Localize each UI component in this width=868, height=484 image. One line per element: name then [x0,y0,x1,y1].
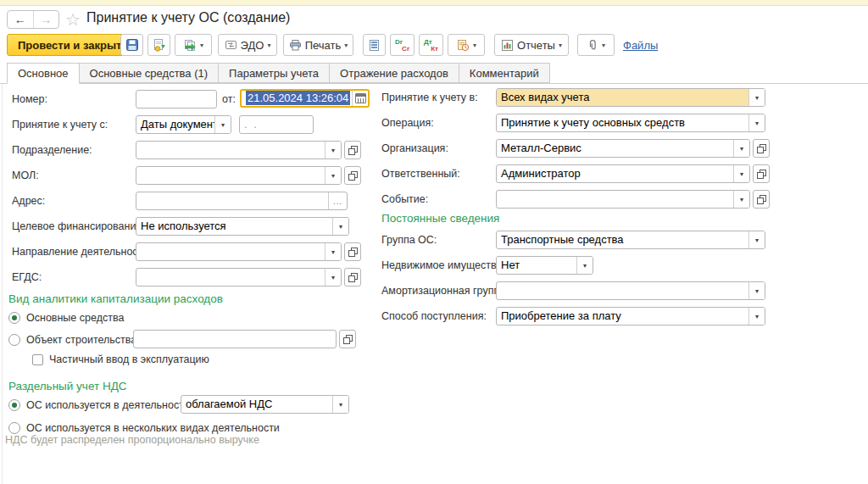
operation-label: Операция: [381,114,434,132]
vat-activity-select[interactable]: облагаемой НДС ▾ [181,395,349,414]
organization-open-button[interactable] [753,139,770,158]
real-estate-select[interactable]: Нет ▾ [496,256,593,275]
radio-fixed-assets-label: Основные средства [26,312,124,324]
document-register-button[interactable] [363,34,386,56]
event-select[interactable]: ▾ [496,190,750,209]
target-financing-select[interactable]: Не используется ▾ [136,217,349,236]
tab-fixed-assets[interactable]: Основные средства (1) [80,63,220,83]
chevron-down-icon[interactable]: ▾ [214,116,231,133]
open-form-icon [757,195,766,204]
files-link[interactable]: Файлы [623,39,658,52]
construction-object-open-button[interactable] [339,330,356,348]
chevron-down-icon[interactable]: ▾ [325,167,341,184]
address-input[interactable]: … [136,192,348,210]
open-form-icon [757,170,766,179]
calendar-picker-button[interactable] [352,91,368,106]
chevron-down-icon[interactable]: ▾ [733,140,749,157]
chevron-down-icon: ▾ [344,42,348,49]
register-list-icon [369,39,380,52]
department-label: Подразделение: [12,141,92,159]
responsible-open-button[interactable] [753,164,770,183]
page-title: Принятие к учету ОС (создание) [86,10,290,25]
operation-select[interactable]: Принятие к учету основных средств ▾ [496,114,765,132]
post-and-close-button[interactable]: Провести и закрыть [7,34,139,56]
chevron-down-icon[interactable]: ▾ [748,282,765,299]
edo-button[interactable]: ЭДО ▾ [218,34,277,56]
document-history-button[interactable]: ▾ [448,34,485,56]
os-group-select[interactable]: Транспортные средства ▾ [496,231,765,249]
attachments-button[interactable]: ▾ [577,34,615,56]
chevron-down-icon[interactable]: ▾ [325,142,341,159]
accept-in-select[interactable]: Всех видах учета ▾ [496,88,765,107]
print-button[interactable]: Печать ▾ [283,34,353,56]
chevron-down-icon[interactable]: ▾ [332,218,348,235]
save-button[interactable] [120,34,143,56]
forward-arrow-icon[interactable]: → [33,11,59,28]
chevron-down-icon[interactable]: ▾ [733,191,749,208]
mol-open-button[interactable] [344,166,361,185]
open-form-icon [348,248,358,257]
chevron-down-icon[interactable]: ▾ [325,243,341,260]
tab-main[interactable]: Основное [7,63,80,84]
mol-select[interactable]: ▾ [136,166,342,185]
radio-construction-object[interactable] [8,334,20,346]
activity-direction-open-button[interactable] [344,242,361,261]
document-date-input[interactable]: 21.05.2024 13:26:04 [240,89,370,108]
create-based-on-icon [183,38,197,52]
construction-object-input[interactable] [133,330,337,348]
depreciation-group-select[interactable]: ▾ [496,281,765,300]
back-arrow-icon[interactable]: ← [8,11,33,28]
egds-select[interactable]: ▾ [136,268,342,287]
create-based-on-button[interactable]: ▾ [175,34,212,56]
organization-select[interactable]: Металл-Сервис ▾ [496,139,750,158]
activity-direction-select[interactable]: ▾ [136,242,342,261]
nav-history-group: ← → [7,10,59,29]
chevron-down-icon[interactable]: ▾ [748,308,765,325]
chevron-down-icon[interactable]: ▾ [748,89,765,106]
receipt-method-select[interactable]: Приобретение за плату ▾ [496,307,765,325]
radio-fixed-assets[interactable] [8,312,20,324]
department-select[interactable]: ▾ [136,141,342,159]
accept-from-select[interactable]: Даты документа ▾ [136,115,231,134]
open-form-icon [757,144,766,153]
chevron-down-icon[interactable]: ▾ [576,257,593,274]
dr-cr-button[interactable]: Dr Cr [390,34,415,56]
address-label: Адрес: [12,192,45,210]
radio-vat-multi-activity[interactable] [8,422,20,434]
open-form-icon [343,335,353,344]
radio-vat-multi-activity-label: ОС используется в нескольких видах деяте… [26,422,280,434]
tab-expense-reflection[interactable]: Отражение расходов [330,63,459,83]
chevron-down-icon[interactable]: ▾ [733,165,749,182]
egds-open-button[interactable] [344,268,361,287]
open-form-icon [348,273,358,282]
dt-kt-button[interactable]: Дт Кт [419,34,443,56]
vat-section-title: Раздельный учет НДС [8,380,127,392]
os-group-label: Группа ОС: [381,231,437,249]
chevron-down-icon[interactable]: ▾ [748,231,765,248]
reports-button[interactable]: Отчеты ▾ [494,34,569,56]
event-open-button[interactable] [753,190,770,209]
event-label: Событие: [381,190,428,209]
paperclip-icon [587,39,598,52]
target-financing-label: Целевое финансирование: [12,217,145,236]
dr-cr-icon: Dr Cr [395,38,409,53]
partial-commissioning-checkbox[interactable] [32,354,43,365]
radio-vat-activity[interactable] [8,399,20,411]
chevron-down-icon[interactable]: ▾ [332,396,348,413]
radio-construction-object-label: Объект строительства: [26,334,140,346]
tab-accounting-params[interactable]: Параметры учета [219,63,330,83]
post-document-button[interactable] [147,34,170,56]
department-open-button[interactable] [344,141,361,159]
report-chart-icon [501,39,514,52]
date-from-label: от: [222,90,236,108]
favorite-star-icon[interactable]: ☆ [65,9,81,30]
window-fixed-asset-acceptance: ← → ☆ Принятие к учету ОС (создание) Про… [0,0,868,484]
chevron-down-icon[interactable]: ▾ [325,269,341,286]
address-ellipsis-button[interactable]: … [328,192,347,209]
accept-from-date-input[interactable]: . . [239,115,314,134]
chevron-down-icon[interactable]: ▾ [748,114,765,131]
egds-label: ЕГДС: [12,268,42,287]
responsible-select[interactable]: Администратор ▾ [496,164,750,183]
tab-comment[interactable]: Комментарий [459,63,550,83]
number-input[interactable] [136,90,217,108]
